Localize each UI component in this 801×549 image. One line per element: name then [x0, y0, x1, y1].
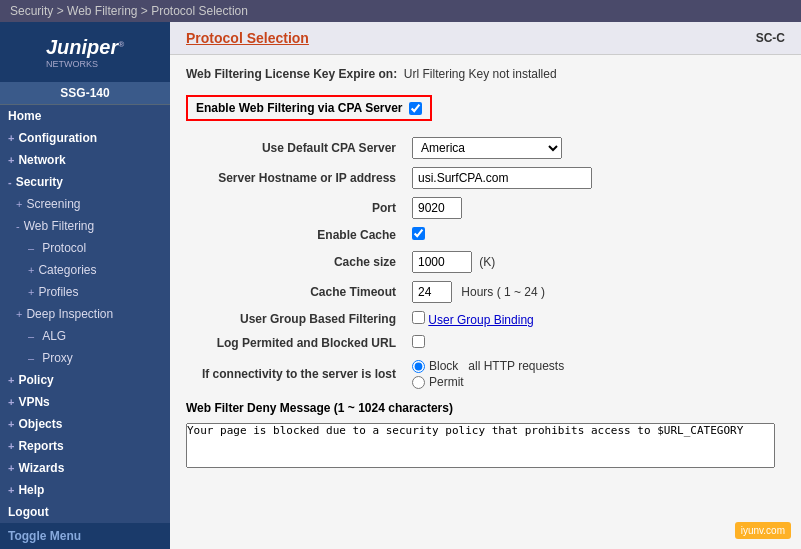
cache-timeout-label: Cache Timeout — [186, 277, 406, 307]
user-group-binding-link[interactable]: User Group Binding — [428, 313, 533, 327]
connectivity-suffix: all HTTP requests — [468, 359, 564, 373]
default-server-row: Use Default CPA Server America Europe As… — [186, 133, 785, 163]
sidebar-item-policy[interactable]: + Policy — [0, 369, 170, 391]
configuration-label: Configuration — [18, 131, 97, 145]
vpns-label: VPNs — [18, 395, 49, 409]
license-row: Web Filtering License Key Expire on: Url… — [186, 67, 785, 81]
logout-label: Logout — [8, 505, 49, 519]
sidebar-item-screening[interactable]: + Screening — [0, 193, 170, 215]
cache-size-unit: (K) — [479, 255, 495, 269]
hostname-label: Server Hostname or IP address — [186, 163, 406, 193]
content-area: Protocol Selection SC-C Web Filtering Li… — [170, 22, 801, 549]
sidebar-item-vpns[interactable]: + VPNs — [0, 391, 170, 413]
deny-msg-label: Web Filter Deny Message (1 ~ 1024 charac… — [186, 401, 785, 415]
port-label: Port — [186, 193, 406, 223]
cache-size-label: Cache size — [186, 247, 406, 277]
enable-label: Enable Web Filtering via CPA Server — [196, 101, 403, 115]
timeout-unit: Hours ( 1 ~ 24 ) — [461, 285, 545, 299]
sidebar-item-deep-inspection[interactable]: + Deep Inspection — [0, 303, 170, 325]
content-header: Protocol Selection SC-C — [170, 22, 801, 55]
sidebar-item-security[interactable]: - Security — [0, 171, 170, 193]
settings-form: Use Default CPA Server America Europe As… — [186, 133, 785, 393]
reports-label: Reports — [18, 439, 63, 453]
home-label: Home — [8, 109, 41, 123]
user-group-row: User Group Based Filtering User Group Bi… — [186, 307, 785, 331]
objects-label: Objects — [18, 417, 62, 431]
help-label: Help — [18, 483, 44, 497]
device-label: SSG-140 — [0, 82, 170, 105]
connectivity-row: If connectivity to the server is lost Bl… — [186, 355, 785, 393]
top-bar: Security > Web Filtering > Protocol Sele… — [0, 0, 801, 22]
profiles-label: Profiles — [38, 285, 78, 299]
main-container: Juniper® NETWORKS SSG-140 Home + Configu… — [0, 22, 801, 549]
deny-msg-section: Web Filter Deny Message (1 ~ 1024 charac… — [186, 401, 785, 471]
screening-label: Screening — [26, 197, 80, 211]
license-value: Url Filtering Key not installed — [404, 67, 557, 81]
sidebar-item-protocol[interactable]: – Protocol — [0, 237, 170, 259]
hostname-row: Server Hostname or IP address — [186, 163, 785, 193]
enable-web-filtering-checkbox[interactable] — [409, 102, 422, 115]
permit-label: Permit — [429, 375, 464, 389]
sidebar-item-objects[interactable]: + Objects — [0, 413, 170, 435]
cache-size-row: Cache size (K) — [186, 247, 785, 277]
block-radio[interactable] — [412, 360, 425, 373]
content-body: Web Filtering License Key Expire on: Url… — [170, 55, 801, 549]
log-checkbox[interactable] — [412, 335, 425, 348]
network-label: Network — [18, 153, 65, 167]
port-row: Port — [186, 193, 785, 223]
license-label: Web Filtering License Key Expire on: — [186, 67, 397, 81]
proxy-label: Proxy — [42, 351, 73, 365]
cache-size-input[interactable] — [412, 251, 472, 273]
enable-cache-checkbox[interactable] — [412, 227, 425, 240]
cache-timeout-input[interactable] — [412, 281, 452, 303]
log-row: Log Permited and Blocked URL — [186, 331, 785, 355]
alg-label: ALG — [42, 329, 66, 343]
permit-radio-row: Permit — [412, 375, 779, 389]
sidebar-item-categories[interactable]: + Categories — [0, 259, 170, 281]
permit-radio[interactable] — [412, 376, 425, 389]
enable-web-filtering-box: Enable Web Filtering via CPA Server — [186, 95, 432, 121]
log-label: Log Permited and Blocked URL — [186, 331, 406, 355]
deny-msg-textarea[interactable]: Your page is blocked due to a security p… — [186, 423, 775, 468]
protocol-label: Protocol — [42, 241, 86, 255]
sidebar-item-proxy[interactable]: – Proxy — [0, 347, 170, 369]
sidebar: Juniper® NETWORKS SSG-140 Home + Configu… — [0, 22, 170, 549]
sidebar-item-web-filtering[interactable]: - Web Filtering — [0, 215, 170, 237]
block-radio-row: Block all HTTP requests — [412, 359, 779, 373]
sidebar-item-reports[interactable]: + Reports — [0, 435, 170, 457]
logo-area: Juniper® NETWORKS — [0, 22, 170, 82]
user-group-checkbox[interactable] — [412, 311, 425, 324]
wizards-label: Wizards — [18, 461, 64, 475]
sidebar-item-configuration[interactable]: + Configuration — [0, 127, 170, 149]
deep-inspection-label: Deep Inspection — [26, 307, 113, 321]
web-filtering-label: Web Filtering — [24, 219, 94, 233]
sc-label: SC-C — [756, 31, 785, 45]
categories-label: Categories — [38, 263, 96, 277]
toggle-menu-button[interactable]: Toggle Menu — [0, 523, 170, 549]
enable-cache-label: Enable Cache — [186, 223, 406, 247]
user-group-label: User Group Based Filtering — [186, 307, 406, 331]
sidebar-item-logout[interactable]: Logout — [0, 501, 170, 523]
logo-networks: NETWORKS — [46, 59, 124, 69]
default-server-label: Use Default CPA Server — [186, 133, 406, 163]
block-label: Block — [429, 359, 458, 373]
sidebar-item-alg[interactable]: – ALG — [0, 325, 170, 347]
breadcrumb: Security > Web Filtering > Protocol Sele… — [10, 4, 248, 18]
hostname-input[interactable] — [412, 167, 592, 189]
connectivity-radio-group: Block all HTTP requests Permit — [412, 359, 779, 389]
sidebar-item-profiles[interactable]: + Profiles — [0, 281, 170, 303]
cache-timeout-row: Cache Timeout Hours ( 1 ~ 24 ) — [186, 277, 785, 307]
sidebar-item-network[interactable]: + Network — [0, 149, 170, 171]
port-input[interactable] — [412, 197, 462, 219]
connectivity-label: If connectivity to the server is lost — [186, 355, 406, 393]
default-server-select[interactable]: America Europe Asia — [412, 137, 562, 159]
logo: Juniper® — [46, 38, 124, 58]
enable-cache-row: Enable Cache — [186, 223, 785, 247]
sidebar-item-help[interactable]: + Help — [0, 479, 170, 501]
security-label: Security — [16, 175, 63, 189]
policy-label: Policy — [18, 373, 53, 387]
sidebar-item-home[interactable]: Home — [0, 105, 170, 127]
sidebar-item-wizards[interactable]: + Wizards — [0, 457, 170, 479]
page-title[interactable]: Protocol Selection — [186, 30, 309, 46]
